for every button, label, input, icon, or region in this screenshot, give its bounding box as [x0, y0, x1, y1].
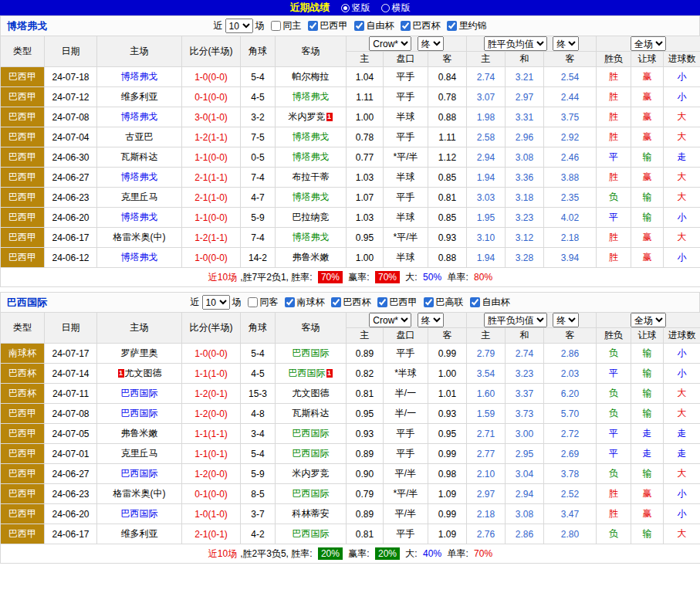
away-team-cell[interactable]: 帕尔梅拉: [276, 67, 347, 87]
checkbox-input[interactable]: [447, 21, 457, 31]
handicap-result-cell: 输: [631, 344, 664, 364]
filter-checkbox-venue[interactable]: 同客: [248, 296, 279, 309]
filter-checkbox-league[interactable]: 巴西甲: [308, 19, 348, 32]
avg-odds-stage-select[interactable]: 终: [553, 313, 579, 327]
checkbox-input[interactable]: [424, 297, 434, 307]
match-date-cell: 24-06-17: [45, 524, 97, 544]
filter-bar: 近 10 场 同客南球杯巴西杯巴西甲巴高联自由杯: [191, 295, 510, 310]
avg-odds-select[interactable]: 胜平负均值: [484, 36, 547, 51]
goals-result-cell: 小: [664, 504, 700, 524]
home-team-cell[interactable]: 博塔弗戈: [97, 107, 182, 127]
filter-checkbox-league[interactable]: 里约锦: [447, 19, 487, 32]
home-team-cell[interactable]: 巴西国际: [97, 504, 182, 524]
goals-result-cell: 大: [664, 228, 700, 248]
bookmaker-select[interactable]: Crow*: [369, 36, 411, 51]
league-type-cell: 巴西甲: [1, 147, 45, 168]
filter-checkbox-league[interactable]: 巴高联: [424, 296, 464, 309]
match-period-select[interactable]: 全场: [631, 313, 666, 327]
home-team-cell[interactable]: 克里丘马: [97, 188, 182, 208]
halftime-score-cell: 1-2(0-0): [182, 464, 241, 484]
filter-checkbox-league[interactable]: 自由杯: [470, 296, 510, 309]
home-team-cell[interactable]: 弗鲁米嫩: [97, 424, 182, 444]
away-team-cell[interactable]: 瓦斯科达: [276, 404, 347, 424]
away-team-cell[interactable]: 巴西国际: [276, 344, 347, 364]
filter-checkbox-league[interactable]: 自由杯: [354, 19, 394, 32]
away-team-cell[interactable]: 巴西国际: [276, 484, 347, 504]
away-team-cell[interactable]: 博塔弗戈: [276, 87, 347, 107]
filter-checkbox-league[interactable]: 巴西甲: [377, 296, 418, 309]
away-team-cell[interactable]: 米内罗竞1: [276, 107, 347, 127]
filter-checkbox-league[interactable]: 南球杯: [285, 296, 325, 309]
checkbox-input[interactable]: [377, 297, 387, 307]
home-team-cell[interactable]: 维多利亚: [97, 524, 182, 544]
col-header-avg-home: 主: [467, 328, 506, 344]
away-team-cell[interactable]: 博塔弗戈: [276, 127, 347, 147]
home-team-cell[interactable]: 博塔弗戈: [97, 208, 182, 228]
home-team-cell[interactable]: 格雷米奥(中): [97, 228, 182, 248]
col-header-avg-draw: 和: [506, 52, 544, 67]
home-team-cell[interactable]: 博塔弗戈: [97, 168, 182, 188]
halftime-score-cell: 2-1(1-0): [182, 188, 241, 208]
odds-stage-select[interactable]: 终: [418, 313, 444, 327]
single-rate-value: 70%: [474, 548, 492, 559]
match-period-select[interactable]: 全场: [631, 36, 666, 51]
bookmaker-select[interactable]: Crow*: [369, 313, 411, 327]
avg-home-odds-cell: 1.60: [467, 384, 506, 404]
home-team-cell[interactable]: 巴西国际: [97, 404, 182, 424]
home-team-cell[interactable]: 古亚巴: [97, 127, 182, 147]
away-team-cell[interactable]: 巴拉纳竞: [276, 208, 347, 228]
home-team-cell[interactable]: 瓦斯科达: [97, 147, 182, 168]
layout-option-vertical[interactable]: 竖版: [341, 2, 370, 15]
odds-stage-select[interactable]: 终: [418, 36, 444, 51]
recent-count-select[interactable]: 10: [202, 295, 230, 310]
home-team-cell[interactable]: 巴西国际: [97, 384, 182, 404]
away-team-cell[interactable]: 博塔弗戈: [276, 228, 347, 248]
halftime-score-cell: 1-0(0-0): [182, 344, 241, 364]
avg-away-odds-cell: 3.78: [544, 464, 597, 484]
away-team-cell[interactable]: 巴西国际1: [276, 364, 347, 384]
avg-odds-select[interactable]: 胜平负均值: [484, 313, 547, 327]
home-team-cell[interactable]: 博塔弗戈: [97, 67, 182, 87]
home-team-cell[interactable]: 博塔弗戈: [97, 248, 182, 268]
avg-draw-odds-cell: 3.28: [506, 248, 544, 268]
col-header-score: 比分(半场): [182, 36, 241, 67]
away-team-cell[interactable]: 巴西国际: [276, 424, 347, 444]
filter-checkbox-league[interactable]: 巴西杯: [401, 19, 441, 32]
checkbox-input[interactable]: [285, 297, 295, 307]
away-team-cell[interactable]: 巴西国际: [276, 444, 347, 464]
checkbox-input[interactable]: [354, 21, 364, 31]
home-team-cell[interactable]: 1尤文图德: [97, 364, 182, 384]
handicap-result-cell: 赢: [631, 168, 664, 188]
home-team-cell[interactable]: 维多利亚: [97, 87, 182, 107]
away-team-cell[interactable]: 布拉干蒂: [276, 168, 347, 188]
away-team-cell[interactable]: 科林蒂安: [276, 504, 347, 524]
avg-draw-odds-cell: 3.00: [506, 424, 544, 444]
home-team-cell[interactable]: 克里丘马: [97, 444, 182, 464]
away-team-cell[interactable]: 博塔弗戈: [276, 147, 347, 168]
checkbox-input[interactable]: [308, 21, 318, 31]
league-type-cell: 巴西甲: [1, 127, 45, 147]
away-team-cell[interactable]: 巴西国际: [276, 524, 347, 544]
away-team-cell[interactable]: 弗鲁米嫩: [276, 248, 347, 268]
avg-odds-stage-select[interactable]: 终: [553, 36, 579, 51]
recent-count-select[interactable]: 10: [225, 19, 253, 33]
checkbox-input[interactable]: [470, 297, 480, 307]
filter-checkbox-league[interactable]: 巴西杯: [331, 296, 371, 309]
crow-home-odds-cell: 0.93: [347, 424, 384, 444]
crow-away-odds-cell: 1.01: [428, 384, 467, 404]
away-team-cell[interactable]: 博塔弗戈: [276, 188, 347, 208]
avg-away-odds-cell: 2.46: [544, 147, 597, 168]
home-team-cell[interactable]: 罗萨里奥: [97, 344, 182, 364]
checkbox-input[interactable]: [401, 21, 411, 31]
league-type-cell: 巴西杯: [1, 384, 45, 404]
checkbox-input[interactable]: [248, 297, 258, 307]
layout-option-horizontal[interactable]: 横版: [381, 2, 411, 15]
filter-checkbox-venue[interactable]: 同主: [271, 19, 302, 32]
checkbox-input[interactable]: [331, 297, 341, 307]
home-team-cell[interactable]: 格雷米奥(中): [97, 484, 182, 504]
away-team-cell[interactable]: 米内罗竞: [276, 464, 347, 484]
home-team-cell[interactable]: 巴西国际: [97, 464, 182, 484]
league-type-cell: 巴西甲: [1, 67, 45, 87]
checkbox-input[interactable]: [271, 21, 281, 31]
away-team-cell[interactable]: 尤文图德: [276, 384, 347, 404]
